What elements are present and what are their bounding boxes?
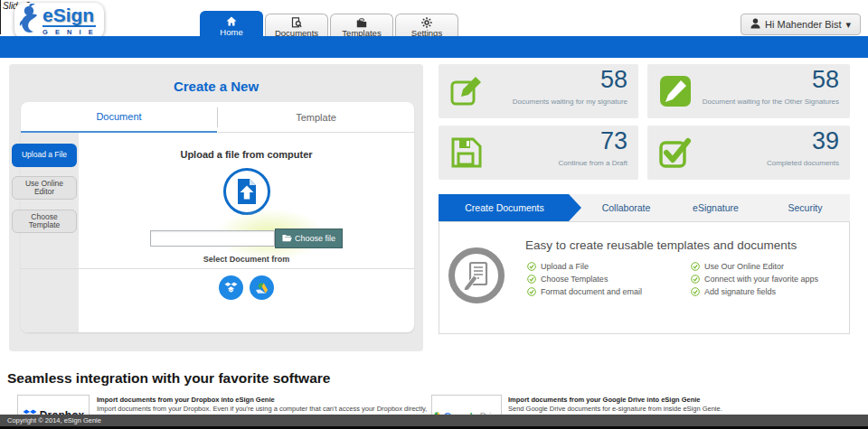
stat-label: Documents waiting for my signature — [513, 98, 627, 106]
feature-item: Add signature fields — [691, 287, 818, 296]
divider-line — [21, 268, 414, 269]
tab-template[interactable]: Template — [218, 102, 414, 133]
stat-card-continue-draft[interactable]: 73 Continue from a Draft — [439, 126, 638, 180]
document-pen-badge-icon — [448, 247, 505, 303]
tab-document[interactable]: Document — [21, 102, 217, 133]
nav-tab-label: Home — [220, 27, 242, 37]
create-card-tabs: Document Template — [21, 102, 414, 133]
document-search-icon — [291, 17, 302, 28]
features-left-column: Upload a File Choose Templates Format do… — [527, 262, 642, 296]
check-circle-icon — [691, 275, 700, 284]
stat-value: 58 — [600, 66, 627, 94]
user-name: Hi Mahender Bist — [765, 19, 841, 30]
create-new-panel: Create a New Document Template Upload a … — [9, 64, 423, 351]
footer-bar: Copyright © 2014, eSign Genie — [0, 415, 868, 426]
google-integration-title: Import documents from your Google Drive … — [508, 396, 861, 405]
stat-card-completed[interactable]: 39 Completed documents — [647, 126, 850, 180]
pencil-icon — [658, 74, 693, 112]
check-square-icon — [658, 135, 693, 173]
google-drive-source-button[interactable] — [250, 275, 274, 300]
features-right-column: Use Our Online Editor Connect with your … — [691, 262, 818, 296]
stat-label: Completed documents — [767, 159, 839, 167]
feature-item: Choose Templates — [527, 275, 642, 284]
upload-a-file-button[interactable]: Upload a File — [12, 144, 77, 167]
gear-icon — [421, 17, 432, 28]
file-path-input[interactable] — [150, 230, 275, 247]
tab-esignature[interactable]: eSignature — [671, 194, 760, 221]
select-document-from-label: Select Document from — [79, 255, 414, 264]
dropbox-icon — [224, 282, 238, 294]
stat-value: 58 — [812, 66, 839, 94]
google-drive-icon — [255, 282, 269, 294]
features-heading: Easy to create reusable templates and do… — [525, 238, 797, 252]
tab-collaborate[interactable]: Collaborate — [581, 194, 671, 221]
check-circle-icon — [527, 262, 536, 271]
home-icon — [226, 16, 237, 27]
file-chooser-row: Choose file — [79, 228, 414, 248]
feature-item: Format document and email — [527, 287, 642, 296]
tab-security[interactable]: Security — [760, 194, 850, 221]
check-circle-icon — [691, 287, 700, 296]
stat-card-waiting-other-signatures[interactable]: 58 Document waiting for the Other Signat… — [647, 64, 850, 118]
google-integration-body: Send Google Drive documents for e-signat… — [508, 405, 861, 414]
upload-heading: Upload a file from computer — [79, 149, 414, 160]
cloud-sources-row — [79, 275, 414, 300]
person-icon — [750, 18, 760, 31]
feature-item: Connect with your favorite apps — [691, 275, 818, 284]
genie-mascot-icon — [17, 4, 41, 38]
check-circle-icon — [527, 287, 536, 296]
chevron-down-icon: ▾ — [845, 19, 851, 31]
create-card: Document Template Upload a File Use Onli… — [21, 102, 414, 332]
save-icon — [449, 135, 484, 173]
edit-square-icon — [449, 74, 484, 112]
check-circle-icon — [527, 275, 536, 284]
open-folder-icon — [282, 234, 292, 244]
stat-value: 39 — [812, 127, 839, 155]
create-panel-title: Create a New — [9, 79, 423, 94]
google-integration-text: Import documents from your Google Drive … — [508, 396, 861, 414]
feature-item: Use Our Online Editor — [691, 262, 818, 271]
tab-create-documents[interactable]: Create Documents — [439, 194, 581, 221]
stat-label: Continue from a Draft — [559, 159, 627, 167]
choose-file-label: Choose file — [295, 234, 335, 243]
feature-item: Upload a File — [527, 262, 642, 271]
logo-wordmark: eSign — [42, 5, 96, 27]
stat-label: Document waiting for the Other Signature… — [703, 98, 839, 106]
choose-file-button[interactable]: Choose file — [275, 228, 343, 248]
workflow-tab-bar: Create Documents Collaborate eSignature … — [439, 194, 850, 221]
slide-edge-line — [0, 0, 1, 34]
header-accent-bar — [0, 36, 868, 58]
folder-icon — [356, 17, 367, 28]
esign-genie-dashboard: Slide 2 eSign G E N I E Home — [0, 0, 868, 429]
dropbox-integration-title: Import documents from your Dropbox into … — [97, 396, 433, 405]
copyright-text: Copyright © 2014, eSign Genie — [7, 416, 101, 424]
logo-subtext: G E N I E — [42, 29, 96, 36]
user-menu-button[interactable]: Hi Mahender Bist ▾ — [741, 14, 861, 35]
stat-card-waiting-my-signature[interactable]: 58 Documents waiting for my signature — [439, 64, 638, 118]
dropbox-source-button[interactable] — [219, 275, 243, 300]
stat-value: 73 — [600, 127, 627, 155]
check-circle-icon — [691, 262, 700, 271]
esign-genie-logo[interactable]: eSign G E N I E — [14, 3, 104, 39]
integrations-heading: Seamless integration with your favorite … — [7, 370, 330, 387]
features-panel: Easy to create reusable templates and do… — [439, 221, 850, 334]
use-online-editor-button[interactable]: Use Online Editor — [12, 176, 77, 200]
choose-template-button[interactable]: Choose Template — [12, 210, 77, 233]
